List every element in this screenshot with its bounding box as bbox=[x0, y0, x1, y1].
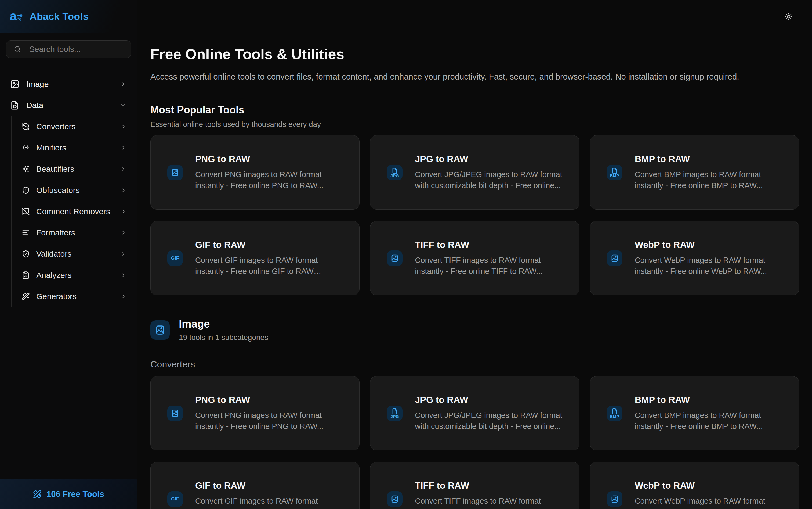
clipboard-chart-icon bbox=[22, 271, 30, 279]
tool-card-title: JPG to RAW bbox=[415, 395, 564, 405]
image-category-title: Image bbox=[179, 318, 268, 330]
main-area: Free Online Tools & Utilities Access pow… bbox=[138, 0, 812, 509]
sidebar-item-data[interactable]: Data bbox=[0, 95, 137, 116]
file-type-label: GIF bbox=[171, 496, 179, 502]
wand-sparkles-icon bbox=[22, 293, 30, 301]
sidebar-item-label: Formatters bbox=[36, 228, 114, 237]
tool-card-png-to-raw[interactable]: PNG to RAW Convert PNG images to RAW for… bbox=[150, 376, 360, 450]
sidebar-item-obfuscators[interactable]: Obfuscators bbox=[11, 179, 137, 201]
sun-icon bbox=[785, 13, 793, 21]
sidebar-item-label: Analyzers bbox=[36, 271, 114, 280]
tool-card-description: Convert JPG/JPEG images to RAW format wi… bbox=[415, 410, 564, 432]
sidebar-nav: Image Data Converter bbox=[0, 66, 137, 479]
braces-minus-icon bbox=[22, 144, 30, 152]
tool-card-title: WebP to RAW bbox=[635, 239, 784, 250]
tool-card-description: Convert GIF images to RAW format instant… bbox=[195, 255, 344, 277]
tool-card-bmp-to-raw[interactable]: BMP BMP to RAW Convert BMP images to RAW… bbox=[590, 135, 799, 210]
tool-card-description: Convert BMP images to RAW format instant… bbox=[635, 410, 784, 432]
chevron-right-icon bbox=[120, 145, 126, 151]
sidebar-header: a Aback Tools bbox=[0, 0, 137, 33]
file-type-label: BMP bbox=[610, 173, 619, 178]
sidebar-item-minifiers[interactable]: Minifiers bbox=[11, 137, 137, 158]
pencil-ruler-icon bbox=[33, 490, 42, 499]
image-category-header[interactable]: Image 19 tools in 1 subcategories bbox=[150, 318, 799, 342]
tool-card-jpg-to-raw[interactable]: JPG JPG to RAW Convert JPG/JPEG images t… bbox=[370, 135, 579, 210]
image-icon bbox=[607, 491, 622, 507]
sidebar: a Aback Tools bbox=[0, 0, 138, 509]
file-type-label: GIF bbox=[171, 256, 179, 261]
sidebar-item-comment-removers[interactable]: Comment Removers bbox=[11, 201, 137, 222]
sidebar-item-label: Obfuscators bbox=[36, 186, 114, 195]
popular-section-subheading: Essential online tools used by thousands… bbox=[150, 120, 799, 129]
sidebar-item-beautifiers[interactable]: Beautifiers bbox=[11, 158, 137, 179]
tool-card-description: Convert GIF images to RAW format instant… bbox=[195, 496, 344, 509]
free-tools-badge[interactable]: 106 Free Tools bbox=[0, 479, 137, 509]
topbar bbox=[138, 0, 812, 33]
file-type-label: JPG bbox=[391, 414, 399, 419]
tool-card-title: TIFF to RAW bbox=[415, 480, 564, 491]
chevron-right-icon bbox=[120, 187, 126, 193]
shield-alert-icon bbox=[22, 186, 30, 194]
tool-card-title: GIF to RAW bbox=[195, 239, 344, 250]
shield-check-icon bbox=[22, 250, 30, 258]
popular-tools-grid: PNG to RAW Convert PNG images to RAW for… bbox=[150, 135, 799, 295]
tool-card-gif-to-raw[interactable]: GIF GIF to RAW Convert GIF images to RAW… bbox=[150, 462, 360, 509]
sidebar-item-validators[interactable]: Validators bbox=[11, 243, 137, 265]
sidebar-item-image[interactable]: Image bbox=[0, 73, 137, 95]
sidebar-item-label: Data bbox=[26, 101, 112, 110]
sidebar-item-label: Image bbox=[26, 79, 112, 89]
message-off-icon bbox=[22, 207, 30, 215]
image-category-subtitle: 19 tools in 1 subcategories bbox=[179, 333, 268, 342]
chevron-right-icon bbox=[120, 251, 126, 257]
file-jpg-icon: JPG bbox=[387, 406, 403, 421]
tool-card-title: JPG to RAW bbox=[415, 154, 564, 164]
theme-toggle-button[interactable] bbox=[782, 10, 795, 23]
tool-card-jpg-to-raw[interactable]: JPG JPG to RAW Convert JPG/JPEG images t… bbox=[370, 376, 579, 450]
tool-card-description: Convert TIFF images to RAW format instan… bbox=[415, 255, 564, 277]
search-input[interactable] bbox=[6, 40, 131, 58]
converter-arrows-icon bbox=[22, 123, 30, 131]
chevron-right-icon bbox=[120, 294, 126, 299]
sidebar-item-generators[interactable]: Generators bbox=[11, 286, 137, 307]
tool-card-webp-to-raw[interactable]: WebP to RAW Convert WebP images to RAW f… bbox=[590, 221, 799, 295]
image-icon bbox=[387, 250, 403, 266]
page-content: Free Online Tools & Utilities Access pow… bbox=[138, 33, 812, 509]
tool-card-bmp-to-raw[interactable]: BMP BMP to RAW Convert BMP images to RAW… bbox=[590, 376, 799, 450]
tool-card-png-to-raw[interactable]: PNG to RAW Convert PNG images to RAW for… bbox=[150, 135, 360, 210]
tool-card-tiff-to-raw[interactable]: TIFF to RAW Convert TIFF images to RAW f… bbox=[370, 462, 579, 509]
file-data-icon bbox=[10, 101, 19, 110]
chevron-right-icon bbox=[120, 230, 126, 236]
sidebar-item-analyzers[interactable]: Analyzers bbox=[11, 265, 137, 286]
file-bmp-icon: BMP bbox=[607, 165, 622, 180]
sidebar-item-label: Beautifiers bbox=[36, 165, 114, 174]
sidebar-item-label: Converters bbox=[36, 122, 114, 131]
sidebar-item-label: Minifiers bbox=[36, 143, 114, 152]
brand-title[interactable]: Aback Tools bbox=[30, 11, 88, 22]
tool-card-webp-to-raw[interactable]: WebP to RAW Convert WebP images to RAW f… bbox=[590, 462, 799, 509]
converters-group-heading: Converters bbox=[150, 359, 799, 370]
tool-card-title: WebP to RAW bbox=[635, 480, 784, 491]
sidebar-item-converters[interactable]: Converters bbox=[11, 116, 137, 137]
tool-card-title: BMP to RAW bbox=[635, 154, 784, 164]
svg-text:a: a bbox=[10, 9, 17, 23]
data-subnav: Converters Minifiers bbox=[11, 116, 137, 307]
sidebar-item-label: Validators bbox=[36, 249, 114, 259]
page-subtitle: Access powerful online tools to convert … bbox=[150, 72, 799, 82]
tool-card-title: GIF to RAW bbox=[195, 480, 344, 491]
tool-card-gif-to-raw[interactable]: GIF GIF to RAW Convert GIF images to RAW… bbox=[150, 221, 360, 295]
tool-card-description: Convert JPG/JPEG images to RAW format wi… bbox=[415, 169, 564, 191]
chevron-right-icon bbox=[120, 124, 126, 130]
sidebar-item-label: Comment Removers bbox=[36, 207, 114, 216]
tool-card-title: PNG to RAW bbox=[195, 395, 344, 405]
tool-card-description: Convert WebP images to RAW format instan… bbox=[635, 496, 784, 509]
tool-card-description: Convert PNG images to RAW format instant… bbox=[195, 410, 344, 432]
tool-card-title: PNG to RAW bbox=[195, 154, 344, 164]
image-icon bbox=[607, 250, 622, 266]
tool-card-tiff-to-raw[interactable]: TIFF to RAW Convert TIFF images to RAW f… bbox=[370, 221, 579, 295]
align-left-icon bbox=[22, 229, 30, 237]
sidebar-item-formatters[interactable]: Formatters bbox=[11, 222, 137, 243]
tool-card-description: Convert TIFF images to RAW format instan… bbox=[415, 496, 564, 509]
tool-card-description: Convert PNG images to RAW format instant… bbox=[195, 169, 344, 191]
chevron-right-icon bbox=[120, 166, 126, 172]
gif-text-icon: GIF bbox=[167, 250, 183, 266]
